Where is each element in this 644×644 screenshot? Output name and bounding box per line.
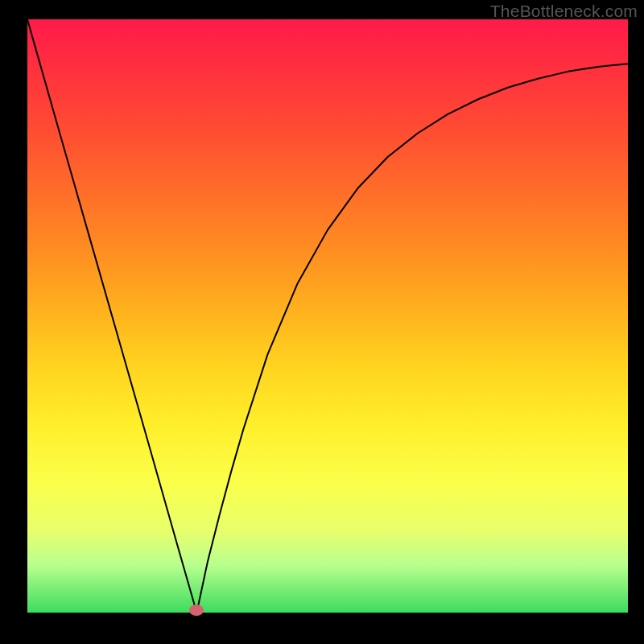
watermark-text: TheBottleneck.com bbox=[490, 2, 638, 21]
plot-area bbox=[27, 19, 628, 613]
chart-frame: TheBottleneck.com bbox=[0, 0, 644, 644]
curve-svg bbox=[27, 19, 628, 613]
optimum-marker bbox=[189, 605, 204, 616]
bottleneck-curve bbox=[27, 19, 628, 613]
